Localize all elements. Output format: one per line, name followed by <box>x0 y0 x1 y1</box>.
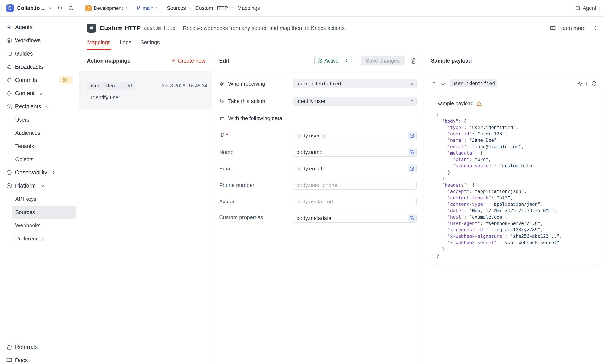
sidebar-item-recipients[interactable]: Recipients <box>0 100 79 113</box>
field-input-name[interactable]: body.name <box>293 148 417 157</box>
tab-mappings[interactable]: Mappings <box>87 35 111 50</box>
zap-icon <box>219 81 225 87</box>
arrow-up-icon[interactable] <box>431 81 437 86</box>
code-line: }, <box>436 175 596 182</box>
arrow-down-icon[interactable] <box>441 81 446 86</box>
sidebar-item-label: Objects <box>15 156 34 163</box>
take-action-select[interactable]: Identify user <box>293 97 417 106</box>
tab-logs[interactable]: Logs <box>119 35 132 50</box>
org-name: Collab.io ... <box>17 5 46 11</box>
sidebar-item-tenants[interactable]: Tenants <box>12 139 76 153</box>
sidebar-item-label: Commits <box>15 77 37 83</box>
when-receiving-select[interactable]: user.identified <box>293 79 417 88</box>
sidebar-spacer <box>0 245 79 341</box>
refresh-icon[interactable] <box>591 81 597 86</box>
field-input-email[interactable]: body.email <box>293 164 417 173</box>
chevrons-up-down-icon <box>410 82 414 86</box>
sidebar-item-guides[interactable]: Guides <box>0 47 79 60</box>
org-logo: C <box>6 4 14 12</box>
sidebar-subgroup: UsersAudiencesTenantsObjects <box>9 113 76 166</box>
field-label: Custom properties <box>219 214 293 222</box>
sidebar-item-preferences[interactable]: Preferences <box>12 232 76 245</box>
create-new-button[interactable]: Create new <box>171 57 205 64</box>
sidebar-item-workflows[interactable]: Workflows <box>0 34 79 47</box>
chevron-down-icon <box>48 6 52 10</box>
code-line: "signup_source": "custom_http" <box>436 163 596 169</box>
environment-selector[interactable]: Development <box>84 4 131 13</box>
delete-mapping-button[interactable] <box>410 57 417 64</box>
main-content: Custom HTTP custom_http Receive webhooks… <box>80 16 603 364</box>
code-line: "accept": "application/json", <box>436 188 596 194</box>
bell-icon[interactable] <box>57 5 63 11</box>
agent-panel-button[interactable]: Agent <box>572 4 600 13</box>
book-open-icon <box>550 25 556 31</box>
code-line: "date": "Mon, 17 Mar 2025 21:33:35 GMT", <box>436 207 596 214</box>
field-input-phone-number[interactable]: body.user_phone <box>293 181 417 190</box>
sidebar-item-platform[interactable]: Platform <box>0 179 79 192</box>
sidebar-item-label: Referrals <box>15 344 38 350</box>
field-label: Phone number <box>219 182 293 188</box>
more-options-button[interactable] <box>591 24 600 32</box>
code-line: "content-length": "512", <box>436 194 596 201</box>
edit-panel: Edit Active Save changes <box>212 50 423 364</box>
corner-down-right-icon <box>219 98 225 104</box>
payload-code: { "body": { "type": "user.identified", "… <box>436 112 596 259</box>
org-switcher[interactable]: C Collab.io ... <box>0 0 80 16</box>
code-line: "content-type": "application/json", <box>436 201 596 207</box>
sidebar-item-content[interactable]: Content <box>0 87 79 100</box>
branch-selector[interactable]: main <box>134 4 161 13</box>
commits-icon <box>6 77 12 83</box>
field-row-phone-number: Phone numberbody.user_phone <box>219 181 417 190</box>
chevrons-up-down-icon <box>410 99 414 103</box>
edit-title: Edit <box>219 57 229 64</box>
sidebar-item-label: Observability <box>15 170 47 176</box>
status-select[interactable]: Active <box>314 56 352 65</box>
field-input-id[interactable]: body.user_id <box>293 131 417 140</box>
field-row-email: Emailbody.email <box>219 164 417 173</box>
sidebar-item-objects[interactable]: Objects <box>12 153 76 166</box>
sidebar-item-referrals[interactable]: Referrals <box>0 341 79 354</box>
field-input-custom-properties[interactable]: body.metadata <box>293 214 417 223</box>
field-input-avatar[interactable]: body.avatar_url <box>293 197 417 206</box>
code-line: { <box>436 112 596 118</box>
topbar: C Collab.io ... Development main Sources… <box>0 0 603 16</box>
breadcrumb-custom-http[interactable]: Custom HTTP <box>195 5 228 11</box>
mapping-list-item[interactable]: user.identifiedApr 8 2026, 16:45:34Ident… <box>80 71 211 109</box>
sidebar-item-label: Recipients <box>15 103 41 110</box>
mapping-fields: ID*body.user_idNamebody.nameEmailbody.em… <box>219 131 417 223</box>
learn-more-button[interactable]: Learn more <box>550 25 586 31</box>
sidebar-item-commits[interactable]: Commits99+ <box>0 73 79 87</box>
search-icon[interactable] <box>68 5 74 11</box>
field-label: Email <box>219 166 293 172</box>
breadcrumb: SourcesCustom HTTPMappings <box>167 5 260 11</box>
save-changes-button[interactable]: Save changes <box>361 56 405 65</box>
sidebar-item-label: Platform <box>15 183 36 189</box>
chevron-right-icon <box>155 6 159 10</box>
breadcrumb-mappings[interactable]: Mappings <box>238 5 260 11</box>
check-circle-icon <box>409 166 414 171</box>
mapping-event-badge: user.identified <box>87 82 134 90</box>
sidebar-item-broadcasts[interactable]: Broadcasts <box>0 60 79 73</box>
field-placeholder: body.user_phone <box>296 182 337 188</box>
sidebar-item-users[interactable]: Users <box>12 113 76 126</box>
sidebar-item-webhooks[interactable]: Webhooks <box>12 219 76 232</box>
code-line: "body": { <box>436 118 596 124</box>
mapping-timestamp: Apr 8 2026, 16:45:34 <box>161 83 207 89</box>
sidebar-item-agents[interactable]: Agents <box>0 21 79 34</box>
sidebar-item-api-keys[interactable]: API keys <box>12 192 76 205</box>
chevron-right-icon <box>38 90 44 96</box>
code-line: "x-webhook-secret": "your-webhook-secret… <box>436 239 596 246</box>
tab-settings[interactable]: Settings <box>140 35 160 50</box>
breadcrumb-sources[interactable]: Sources <box>167 5 186 11</box>
sidebar-item-label: Broadcasts <box>15 64 43 70</box>
code-line: "name": "Jane Doe", <box>436 137 596 143</box>
sidebar-item-label: Webhooks <box>15 222 40 229</box>
sidebar-item-observability[interactable]: Observability <box>0 166 79 179</box>
sidebar-item-docs[interactable]: Docs <box>0 354 79 364</box>
sidebar-item-label: Sources <box>15 209 35 216</box>
event-badge: user.identified <box>450 79 497 88</box>
sidebar-item-sources[interactable]: Sources <box>12 205 76 219</box>
sidebar: AgentsWorkflowsGuidesBroadcastsCommits99… <box>0 16 80 364</box>
agent-button-label: Agent <box>583 5 596 11</box>
sidebar-item-audiences[interactable]: Audiences <box>12 126 76 139</box>
